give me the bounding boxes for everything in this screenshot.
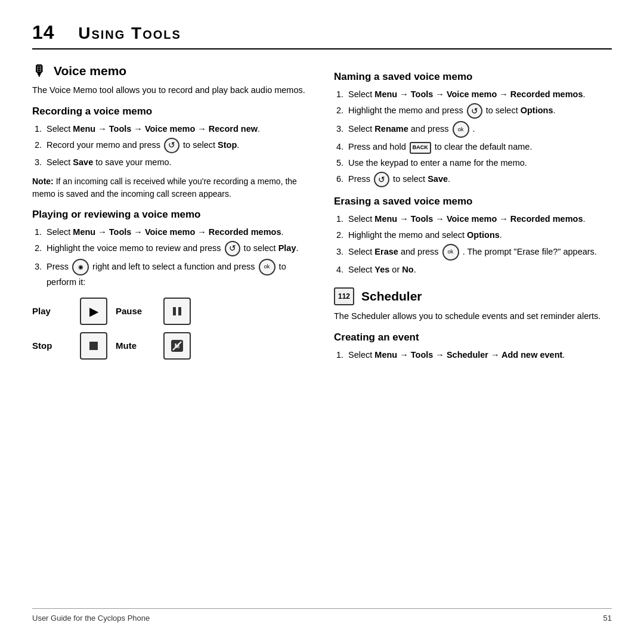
mute-label: Mute xyxy=(116,340,163,351)
playing-steps-list: Select Menu → Tools → Voice memo → Recor… xyxy=(32,225,310,289)
recording-step-3: Select Save to save your memo. xyxy=(44,156,310,169)
ok-erase-icon: ok xyxy=(442,244,459,261)
ok-rename-icon: ok xyxy=(453,121,469,138)
svg-rect-2 xyxy=(89,342,98,350)
left-column: 🎙 Voice memo The Voice Memo tool allows … xyxy=(32,63,310,602)
play-nav-icon: ↺ xyxy=(225,241,240,256)
scheduler-icon: 112 xyxy=(334,287,354,305)
ok-ring-icon: ok xyxy=(259,259,275,275)
naming-steps-list: Select Menu → Tools → Voice memo → Recor… xyxy=(334,88,612,187)
nav-ring-icon: ◉ xyxy=(72,259,89,275)
playing-step-3: Press ◉ right and left to select a funct… xyxy=(44,259,310,289)
naming-step-6: Press ↺ to select Save. xyxy=(346,172,612,187)
naming-step-1: Select Menu → Tools → Voice memo → Recor… xyxy=(346,88,612,101)
mute-button-icon[interactable]: M xyxy=(163,332,191,360)
playing-step-2: Highlight the voice memo to review and p… xyxy=(44,241,310,256)
pause-button-icon[interactable] xyxy=(163,298,191,325)
play-btn-cell: ▶ xyxy=(80,298,116,325)
save-select-icon: ↺ xyxy=(374,172,389,187)
pause-label: Pause xyxy=(116,306,163,316)
chapter-number: 14 xyxy=(32,21,55,43)
erasing-steps-list: Select Menu → Tools → Voice memo → Recor… xyxy=(334,212,612,276)
pause-btn-cell xyxy=(163,298,199,325)
page-title: 14 Using Tools xyxy=(32,21,181,43)
voice-memo-intro: The Voice Memo tool allows you to record… xyxy=(32,84,310,97)
content-columns: 🎙 Voice memo The Voice Memo tool allows … xyxy=(32,63,612,602)
stop-label: Stop xyxy=(32,340,80,351)
recording-steps-list: Select Menu → Tools → Voice memo → Recor… xyxy=(32,122,310,169)
controls-grid: Play ▶ Pause Stop xyxy=(32,298,310,360)
creating-step-1: Select Menu → Tools → Scheduler → Add ne… xyxy=(346,348,612,361)
stop-button-icon[interactable] xyxy=(80,332,107,360)
svg-rect-0 xyxy=(173,307,176,315)
erasing-step-3: Select Erase and press ok . The prompt "… xyxy=(346,244,612,261)
erasing-step-4: Select Yes or No. xyxy=(346,263,612,276)
erasing-subsection-title: Erasing a saved voice memo xyxy=(334,196,612,208)
recording-note: Note: If an incoming call is received wh… xyxy=(32,175,310,200)
chapter-title: Using Tools xyxy=(78,24,181,42)
naming-step-3: Select Rename and press ok . xyxy=(346,121,612,138)
naming-step-2: Highlight the memo and press ↺ to select… xyxy=(346,103,612,119)
footer-left-text: User Guide for the Cyclops Phone xyxy=(32,614,150,623)
voice-memo-icon: 🎙 xyxy=(32,63,47,79)
page-footer: User Guide for the Cyclops Phone 51 xyxy=(32,608,612,623)
naming-step-5: Use the keypad to enter a name for the m… xyxy=(346,156,612,169)
back-key-icon: BACK xyxy=(410,142,431,154)
naming-subsection-title: Naming a saved voice memo xyxy=(334,71,612,83)
right-column: Naming a saved voice memo Select Menu → … xyxy=(334,63,612,602)
playing-step-1: Select Menu → Tools → Voice memo → Recor… xyxy=(44,225,310,239)
erasing-step-2: Highlight the memo and select Options. xyxy=(346,228,612,242)
creating-steps-list: Select Menu → Tools → Scheduler → Add ne… xyxy=(334,348,612,361)
scheduler-intro: The Scheduler allows you to schedule eve… xyxy=(334,310,612,323)
recording-step-1: Select Menu → Tools → Voice memo → Recor… xyxy=(44,122,310,135)
recording-subsection-title: Recording a voice memo xyxy=(32,106,310,117)
voice-memo-section-title: 🎙 Voice memo xyxy=(32,63,310,79)
erasing-step-1: Select Menu → Tools → Voice memo → Recor… xyxy=(346,212,612,225)
page: 14 Using Tools 🎙 Voice memo The Voice Me… xyxy=(0,0,644,644)
creating-subsection-title: Creating an event xyxy=(334,332,612,343)
play-label: Play xyxy=(32,306,80,316)
svg-rect-1 xyxy=(178,307,181,315)
scheduler-section-title: 112 Scheduler xyxy=(334,287,612,305)
play-button-icon[interactable]: ▶ xyxy=(80,298,107,325)
naming-step-4: Press and hold BACK to clear the default… xyxy=(346,140,612,153)
mute-btn-cell: M xyxy=(163,332,199,360)
voice-memo-title: Voice memo xyxy=(54,64,126,78)
page-header: 14 Using Tools xyxy=(32,21,612,49)
record-stop-icon: ↺ xyxy=(164,138,179,153)
recording-step-2: Record your memo and press ↺ to select S… xyxy=(44,138,310,153)
footer-page-number: 51 xyxy=(603,614,612,623)
playing-subsection-title: Playing or reviewing a voice memo xyxy=(32,209,310,221)
select-options-icon: ↺ xyxy=(467,103,482,119)
scheduler-title: Scheduler xyxy=(361,289,422,304)
stop-btn-cell xyxy=(80,332,116,360)
